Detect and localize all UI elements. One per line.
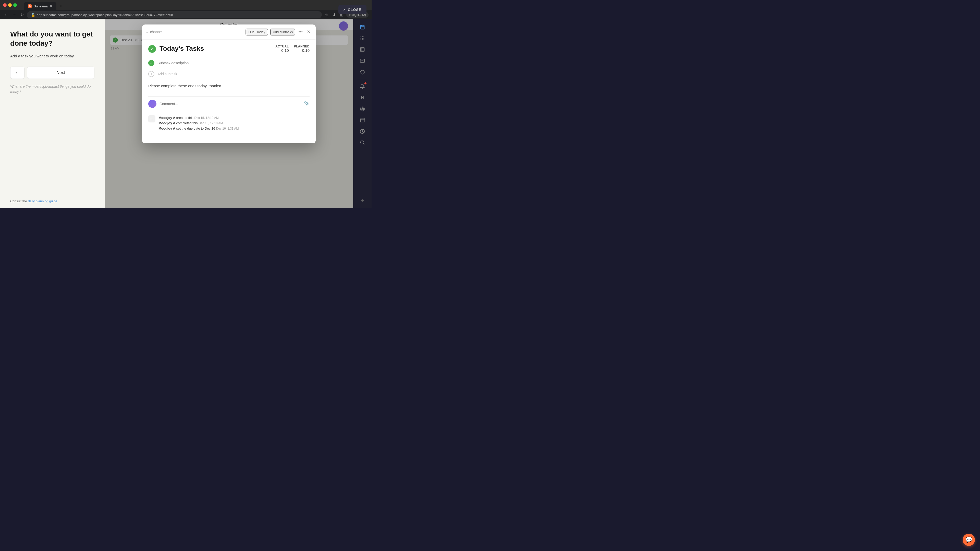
left-panel-title: What do you want to get done today? [10, 30, 94, 48]
svg-point-10 [361, 40, 361, 40]
planned-label: PLANNED [294, 44, 310, 48]
modal-close-button[interactable]: ✕ [306, 28, 312, 36]
close-panel-button[interactable]: × CLOSE [339, 5, 366, 14]
svg-rect-21 [360, 118, 365, 119]
window-close[interactable] [3, 3, 6, 7]
new-tab-button[interactable]: + [57, 2, 65, 10]
sidebar-icon-mail[interactable] [357, 56, 368, 66]
modal-body: ✓ Today's Tasks ACTUAL 0:10 PLANNED 0 [142, 40, 316, 143]
svg-point-20 [362, 108, 363, 109]
activity-action-2: set the due date to Dec 16 [177, 127, 216, 130]
task-modal: # channel Due: Today Add subtasks ••• ✕ … [142, 24, 316, 143]
tab-close-btn[interactable]: ✕ [50, 4, 52, 8]
svg-point-19 [361, 108, 364, 110]
activity-text-0: Moodjoy A created this Dec 15, 12:10 AM … [159, 115, 239, 131]
left-panel-hint: What are the most high-impact things you… [10, 84, 94, 95]
svg-point-5 [362, 37, 363, 37]
add-subtask-row[interactable]: + Add subtask [148, 68, 310, 79]
planned-time: 0:10 [294, 48, 310, 52]
svg-point-18 [360, 107, 365, 111]
back-nav-button[interactable]: ← [3, 11, 9, 18]
sidebar-icon-target[interactable] [357, 104, 368, 114]
more-options-icon[interactable]: ••• [298, 29, 304, 35]
sidebar-icon-chart[interactable] [357, 126, 368, 137]
sidebar-divider-1 [357, 79, 368, 79]
task-header: ✓ Today's Tasks ACTUAL 0:10 PLANNED 0 [148, 44, 310, 53]
due-date-button[interactable]: Due: Today [245, 29, 269, 35]
svg-rect-13 [361, 48, 364, 52]
notification-badge [364, 83, 366, 84]
actual-label: ACTUAL [275, 44, 289, 48]
url-text: app.sunsama.com/group/moodjoy_workspace/… [37, 13, 173, 17]
modal-actions: Due: Today Add subtasks ••• ✕ [245, 28, 312, 36]
comment-avatar [148, 100, 156, 108]
task-complete-icon[interactable]: ✓ [148, 45, 156, 53]
sidebar-icon-archive[interactable] [357, 115, 368, 125]
svg-rect-0 [361, 25, 364, 29]
subtask-item: ✓ [148, 58, 310, 68]
bookmark-button[interactable]: ☆ [324, 11, 329, 18]
next-button[interactable]: Next [27, 67, 94, 79]
add-subtask-label: Add subtask [158, 72, 177, 76]
address-bar: ← → ↻ 🔒 app.sunsama.com/group/moodjoy_wo… [0, 10, 372, 19]
svg-point-11 [362, 40, 363, 40]
sidebar-icon-table[interactable] [357, 44, 368, 55]
right-sidebar: N + [353, 19, 372, 208]
left-panel-footer: Consult the daily planning guide [10, 199, 57, 203]
forward-nav-button[interactable]: → [11, 11, 18, 18]
svg-point-9 [364, 38, 364, 38]
svg-point-6 [364, 37, 364, 37]
download-button[interactable]: ⬇ [331, 11, 337, 18]
subtask-check-icon[interactable]: ✓ [148, 60, 154, 66]
activity-time-1: Dec 16, 12:10 AM [199, 121, 223, 125]
svg-point-24 [361, 141, 364, 144]
browser-tab-sunsama[interactable]: S Sunsama ✕ [24, 2, 56, 10]
task-title: Today's Tasks [159, 44, 272, 52]
window-maximize[interactable] [13, 3, 17, 7]
close-label: CLOSE [348, 8, 361, 12]
back-button[interactable]: ← [10, 67, 24, 79]
modal-overlay: # channel Due: Today Add subtasks ••• ✕ … [105, 19, 353, 208]
sidebar-icon-refresh[interactable] [357, 67, 368, 77]
left-panel-buttons: ← Next [10, 67, 94, 79]
add-subtasks-button[interactable]: Add subtasks [270, 29, 295, 35]
footer-text: Consult the [10, 199, 28, 203]
sidebar-icon-calendar[interactable] [357, 22, 368, 32]
activity-action-1: completed this [177, 121, 199, 125]
sidebar-icon-search[interactable] [357, 138, 368, 148]
activity-user-0: Moodjoy A [159, 116, 175, 120]
actual-time: 0:10 [275, 48, 289, 52]
reload-button[interactable]: ↻ [19, 11, 25, 18]
sidebar-icon-notion[interactable]: N [357, 93, 368, 103]
task-time: ACTUAL 0:10 PLANNED 0:10 [275, 44, 310, 52]
sidebar-add-button[interactable]: + [357, 195, 368, 206]
comment-section: 📎 [148, 97, 310, 111]
activity-section: ⊟ Moodjoy A created this Dec 15, 12:10 A… [148, 111, 310, 138]
svg-point-12 [364, 40, 364, 40]
lock-icon: 🔒 [31, 13, 35, 17]
activity-icon-0: ⊟ [148, 115, 156, 122]
activity-action-0: created this [177, 116, 194, 120]
sidebar-icon-notification[interactable] [357, 81, 368, 92]
activity-time-0: Dec 15, 12:10 AM [194, 116, 218, 120]
close-x-icon: × [344, 8, 346, 12]
svg-point-8 [362, 38, 363, 38]
subtask-input[interactable] [158, 61, 310, 65]
activity-user-2: Moodjoy A [159, 127, 175, 130]
svg-point-7 [361, 38, 361, 38]
comment-input[interactable] [159, 102, 301, 106]
attach-icon[interactable]: 📎 [304, 101, 310, 106]
activity-item-0: ⊟ Moodjoy A created this Dec 15, 12:10 A… [148, 115, 310, 131]
sidebar-icon-grid[interactable] [357, 33, 368, 43]
svg-point-4 [361, 37, 361, 37]
svg-line-25 [363, 144, 364, 144]
left-panel: What do you want to get done today? Add … [0, 19, 105, 208]
left-panel-subtitle: Add a task you want to work on today. [10, 53, 94, 59]
modal-topbar: # channel Due: Today Add subtasks ••• ✕ [142, 24, 316, 40]
daily-planning-guide-link[interactable]: daily planning guide [28, 199, 57, 203]
window-minimize[interactable] [8, 3, 12, 7]
modal-channel: # channel [146, 30, 162, 34]
url-bar[interactable]: 🔒 app.sunsama.com/group/moodjoy_workspac… [27, 11, 322, 18]
main-area: What do you want to get done today? Add … [0, 19, 372, 208]
activity-user-1: Moodjoy A [159, 121, 175, 125]
